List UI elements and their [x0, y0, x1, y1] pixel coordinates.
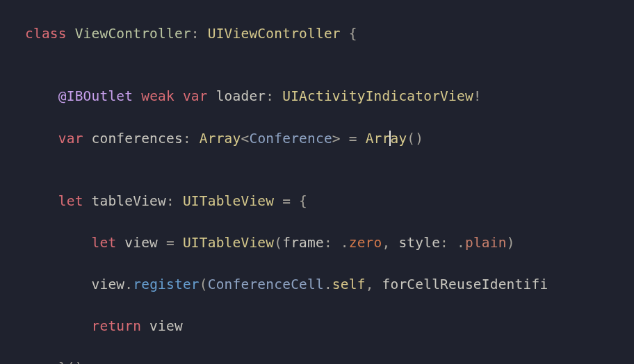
- type-array-init-post: ay: [390, 131, 407, 147]
- colon: :: [183, 131, 191, 147]
- type-uitableview: UITableView: [183, 193, 274, 209]
- value-zero: zero: [349, 235, 382, 251]
- dot: .: [457, 235, 465, 251]
- code-line: let tableView: UITableView = {: [0, 191, 634, 212]
- text-caret: [389, 131, 391, 146]
- code-line: view.register(ConferenceCell.self, forCe…: [0, 274, 634, 295]
- type-array-init-pre: Arr: [366, 131, 391, 147]
- colon: :: [324, 235, 341, 251]
- keyword-var: var: [58, 131, 83, 147]
- colon: :: [166, 193, 174, 209]
- comma: ,: [382, 235, 399, 251]
- code-line: @IBOutlet weak var loader: UIActivityInd…: [0, 86, 634, 107]
- type-uiviewcontroller: UIViewController: [208, 26, 341, 42]
- keyword-self: self: [332, 276, 366, 292]
- angle-close: >: [332, 131, 341, 147]
- type-uiactivityindicatorview: UIActivityIndicatorView: [282, 88, 473, 104]
- bang: !: [473, 88, 482, 104]
- keyword-class: class: [25, 26, 67, 42]
- keyword-return: return: [92, 318, 142, 334]
- equals-brace: = {: [274, 193, 307, 209]
- code-line: }(): [0, 358, 634, 364]
- paren-open: (: [200, 276, 208, 292]
- type-array: Array: [200, 131, 241, 147]
- value-plain: plain: [465, 235, 507, 251]
- brace-open: {: [341, 26, 357, 42]
- type-conferencecell: ConferenceCell: [208, 276, 324, 292]
- method-register: register: [133, 276, 200, 292]
- comma: ,: [366, 276, 382, 292]
- arg-frame: frame: [282, 235, 324, 251]
- identifier-tableview: tableView: [83, 193, 166, 209]
- identifier-conferences: conferences: [83, 131, 183, 147]
- attr-iboutlet: @IBOutlet: [58, 88, 133, 104]
- code-editor[interactable]: class ViewController: UIViewController {…: [0, 0, 634, 364]
- brace-close-call: }(): [58, 360, 83, 364]
- colon: :: [440, 235, 457, 251]
- code-line: class ViewController: UIViewController {: [0, 24, 634, 44]
- paren-open: (: [274, 235, 282, 251]
- paren-close: ): [507, 235, 515, 251]
- keyword-let: let: [58, 193, 83, 209]
- dot: .: [124, 276, 133, 292]
- arg-style: style: [398, 235, 440, 251]
- keyword-weak: weak: [141, 88, 174, 104]
- identifier-view: view: [116, 235, 158, 251]
- code-line: return view: [0, 316, 634, 337]
- equals: =: [341, 131, 366, 147]
- arg-forcellreuseidentifier: forCellReuseIdentifi: [382, 276, 548, 292]
- type-viewcontroller: ViewController: [75, 26, 191, 42]
- angle-open: <: [241, 131, 249, 147]
- type-uitableview: UITableView: [183, 235, 274, 251]
- colon: :: [266, 88, 274, 104]
- keyword-var: var: [183, 88, 208, 104]
- parens: (): [407, 131, 423, 147]
- dot: .: [324, 276, 332, 292]
- keyword-let: let: [92, 235, 117, 251]
- type-conference: Conference: [249, 131, 332, 147]
- colon: :: [191, 26, 200, 42]
- identifier-loader: loader: [208, 88, 266, 104]
- identifier-view: view: [92, 276, 125, 292]
- equals: =: [158, 235, 183, 251]
- dot: .: [341, 235, 349, 251]
- code-line: var conferences: Array<Conference> = Arr…: [0, 128, 634, 149]
- code-line: let view = UITableView(frame: .zero, sty…: [0, 233, 634, 254]
- identifier-view: view: [141, 318, 183, 334]
